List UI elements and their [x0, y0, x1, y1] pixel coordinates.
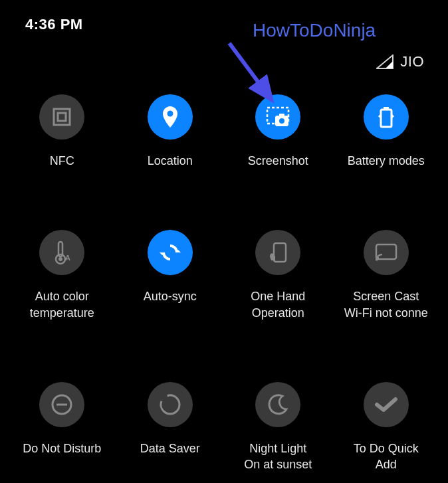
status-time: 4:36 PM — [25, 16, 83, 33]
tile-screenshot[interactable]: Screenshot — [224, 94, 332, 169]
moon-icon — [255, 382, 300, 427]
status-bar: 4:36 PM — [0, 0, 448, 33]
tile-data-saver[interactable]: Data Saver — [116, 382, 225, 473]
tile-night-light[interactable]: Night Light On at sunset — [224, 382, 332, 473]
svg-point-19 — [158, 393, 182, 417]
nfc-icon — [39, 94, 84, 140]
tile-label: NFC — [47, 153, 77, 169]
tile-todo-quick-add[interactable]: To Do Quick Add — [332, 382, 441, 473]
screenshot-icon — [255, 94, 300, 140]
svg-rect-1 — [54, 109, 70, 125]
tile-label: Night Light On at sunset — [241, 440, 314, 473]
tile-label: One Hand Operation — [248, 288, 308, 321]
one-hand-icon — [255, 230, 300, 275]
tile-one-hand-operation[interactable]: One Hand Operation — [224, 230, 332, 321]
dnd-icon — [39, 382, 84, 427]
svg-point-3 — [167, 111, 173, 117]
tile-location[interactable]: Location — [116, 94, 225, 169]
sync-icon — [148, 230, 193, 275]
thermometer-icon: A — [39, 230, 84, 275]
cast-icon — [364, 230, 409, 275]
svg-rect-9 — [381, 110, 392, 127]
tile-label: Screenshot — [245, 153, 311, 169]
signal-icon — [376, 54, 393, 69]
svg-rect-15 — [376, 244, 396, 259]
data-saver-icon — [148, 382, 193, 427]
tile-nfc[interactable]: NFC — [8, 94, 116, 169]
tile-label: To Do Quick Add — [351, 440, 421, 473]
svg-rect-14 — [274, 243, 286, 262]
quick-settings-grid: NFC Location Screenshot — [0, 70, 448, 472]
location-icon — [148, 94, 193, 140]
svg-rect-7 — [279, 114, 284, 116]
tile-label: Location — [145, 153, 195, 169]
svg-point-16 — [376, 259, 378, 261]
tile-screen-cast[interactable]: Screen Cast Wi-Fi not conne — [332, 230, 441, 321]
tile-label: Battery modes — [345, 153, 427, 169]
tile-auto-sync[interactable]: Auto-sync — [116, 230, 225, 321]
overlay-watermark: HowToDoNinja — [253, 20, 376, 41]
svg-point-6 — [279, 118, 284, 124]
network-label: JIO — [400, 53, 424, 70]
tile-label: Screen Cast Wi-Fi not conne — [342, 288, 431, 321]
svg-text:A: A — [65, 254, 70, 262]
tile-label: Data Saver — [138, 440, 203, 456]
tile-label: Auto-sync — [141, 288, 199, 304]
tile-do-not-disturb[interactable]: Do Not Disturb — [8, 382, 116, 473]
tile-label: Auto color temperature — [27, 288, 97, 321]
battery-icon — [364, 94, 409, 140]
tile-label: Do Not Disturb — [20, 440, 104, 456]
tile-auto-color-temperature[interactable]: A Auto color temperature — [8, 230, 116, 321]
checkmark-icon — [364, 382, 409, 427]
tile-battery-modes[interactable]: Battery modes — [332, 94, 441, 169]
svg-rect-2 — [58, 113, 66, 121]
network-indicator: JIO — [0, 33, 448, 70]
svg-point-12 — [58, 257, 62, 261]
